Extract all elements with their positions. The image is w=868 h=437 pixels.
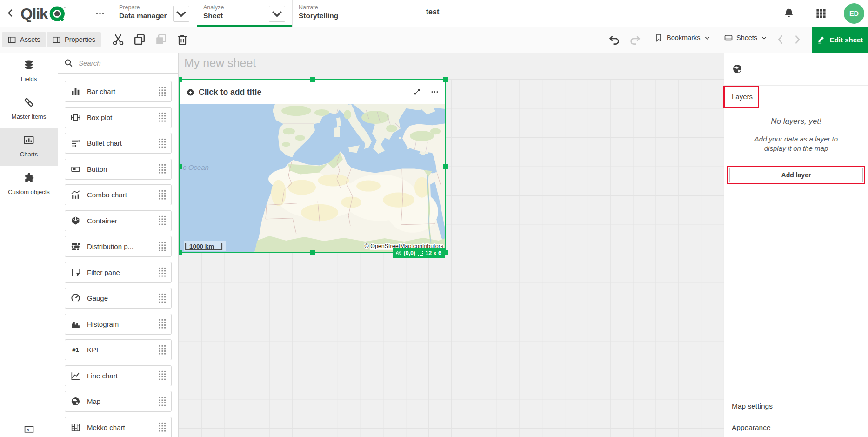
redo-button[interactable] [629, 33, 642, 46]
sidebar-item-custom-objects[interactable]: Custom objects [0, 166, 58, 203]
chart-list-item[interactable]: Gauge [65, 288, 172, 309]
drag-handle-icon[interactable] [159, 190, 166, 200]
undo-button[interactable] [608, 33, 621, 46]
pencil-icon [817, 35, 826, 44]
analyze-dropdown-button[interactable] [269, 6, 285, 22]
nav-narrate[interactable]: Narrate Storytelling [299, 4, 338, 20]
paste-button[interactable] [154, 33, 167, 46]
sheet-title[interactable]: My new sheet [184, 56, 256, 70]
chart-item-label: Mekko chart [87, 424, 159, 431]
more-menu-button[interactable] [92, 9, 108, 18]
drag-handle-icon[interactable] [159, 138, 166, 148]
app-launcher-button[interactable] [815, 8, 827, 19]
chart-list-item[interactable]: Bullet chart [65, 133, 172, 154]
drag-handle-icon[interactable] [159, 422, 166, 432]
app-title[interactable]: test [400, 8, 465, 16]
search-input[interactable] [78, 59, 168, 67]
drag-handle-icon[interactable] [159, 345, 166, 355]
panel-type-row [724, 53, 868, 86]
chart-list-item[interactable]: Mekko chart [65, 417, 172, 437]
chart-item-label: Histogram [87, 320, 159, 328]
chart-list-item[interactable]: Container [65, 210, 172, 231]
chevron-down-icon [174, 6, 189, 21]
plus-circle-icon [187, 88, 194, 96]
sheets-icon [724, 33, 733, 42]
edit-sheet-button[interactable]: Edit sheet [812, 27, 868, 53]
chart-list-item[interactable]: Histogram [65, 314, 172, 335]
drag-handle-icon[interactable] [159, 215, 166, 226]
grid-size-icon [418, 251, 423, 256]
drag-handle-icon[interactable] [159, 370, 166, 381]
chart-list-item[interactable]: Bar chart [65, 81, 172, 102]
sidebar-item-charts[interactable]: Charts [0, 128, 58, 166]
filter-pane-icon [71, 268, 80, 277]
sheets-label: Sheets [736, 34, 757, 41]
properties-toggle-button[interactable]: Properties [47, 32, 101, 47]
edit-sheet-label: Edit sheet [830, 36, 863, 44]
sidebar-item-label: Charts [20, 151, 38, 158]
search-icon [64, 59, 73, 67]
sidebar-item-fields[interactable]: Fields [0, 53, 58, 90]
notifications-button[interactable] [783, 7, 795, 20]
chart-list-item[interactable]: Combo chart [65, 184, 172, 205]
bookmarks-menu-button[interactable]: Bookmarks [654, 33, 711, 42]
selection-handle[interactable] [443, 77, 448, 82]
back-chevron-icon [6, 8, 16, 18]
chart-item-label: Filter pane [87, 269, 159, 276]
sidebar-item-master-items[interactable]: Master items [0, 90, 58, 128]
chart-list-item[interactable]: Map [65, 391, 172, 412]
drag-handle-icon[interactable] [159, 87, 166, 97]
avatar[interactable]: ED [844, 3, 864, 24]
bullet-chart-icon [71, 138, 80, 148]
drag-handle-icon[interactable] [159, 397, 166, 407]
map-viewport[interactable]: c Ocean 1000 km © OpenStreetMap contribu… [180, 104, 445, 252]
drag-handle-icon[interactable] [159, 112, 166, 122]
line-chart-icon [71, 371, 80, 381]
drag-handle-icon[interactable] [159, 267, 166, 277]
widget-title-placeholder[interactable]: Click to add title [199, 87, 261, 97]
chart-list-item[interactable]: Box plot [65, 107, 172, 128]
active-tab-underline [197, 25, 292, 27]
qlik-logo[interactable]: Qlik [20, 4, 66, 23]
chart-list-item[interactable]: #1KPI [65, 339, 172, 360]
search-bar [58, 53, 178, 74]
add-layer-button[interactable]: Add layer [729, 168, 863, 182]
svg-text:#1: #1 [72, 346, 79, 353]
selection-handle[interactable] [443, 164, 448, 169]
map-widget[interactable]: Click to add title [179, 79, 446, 253]
drag-handle-icon[interactable] [159, 164, 166, 174]
copy-button[interactable] [133, 33, 146, 46]
divider [197, 0, 197, 27]
chart-list-item[interactable]: Filter pane [65, 262, 172, 283]
cut-button[interactable] [112, 33, 125, 46]
widget-title-bar[interactable]: Click to add title [180, 80, 445, 104]
chart-item-label: Box plot [87, 114, 159, 121]
next-sheet-button[interactable] [791, 33, 804, 46]
previous-sheet-button[interactable] [774, 33, 787, 46]
chart-list-item[interactable]: Line chart [65, 365, 172, 386]
selection-handle[interactable] [310, 77, 315, 82]
back-button[interactable] [4, 6, 18, 20]
selection-handle[interactable] [310, 250, 315, 255]
map-scale-bar: 1000 km [184, 241, 226, 251]
sheet-canvas[interactable]: My new sheet Click to add title [179, 53, 724, 437]
histogram-icon [71, 319, 80, 329]
sidebar-item-label: Master items [12, 113, 46, 120]
section-header-appearance[interactable]: Appearance [724, 417, 868, 437]
more-dots-icon[interactable] [431, 88, 439, 96]
drag-handle-icon[interactable] [159, 293, 166, 303]
prepare-dropdown-button[interactable] [173, 6, 189, 22]
sheets-menu-button[interactable]: Sheets [724, 33, 768, 42]
assets-toggle-button[interactable]: Assets [2, 32, 46, 47]
chart-list-item[interactable]: Button [65, 159, 172, 180]
drag-handle-icon[interactable] [159, 319, 166, 329]
expand-icon[interactable] [413, 88, 421, 96]
drag-handle-icon[interactable] [159, 242, 166, 252]
chart-list-item[interactable]: Distribution p... [65, 236, 172, 257]
section-header-map-settings[interactable]: Map settings [724, 395, 868, 417]
delete-button[interactable] [176, 33, 189, 46]
nav-analyze[interactable]: Analyze Sheet [203, 4, 224, 20]
variable-icon[interactable]: x= [23, 424, 35, 434]
nav-prepare[interactable]: Prepare Data manager [119, 4, 167, 20]
map-icon [71, 397, 80, 406]
